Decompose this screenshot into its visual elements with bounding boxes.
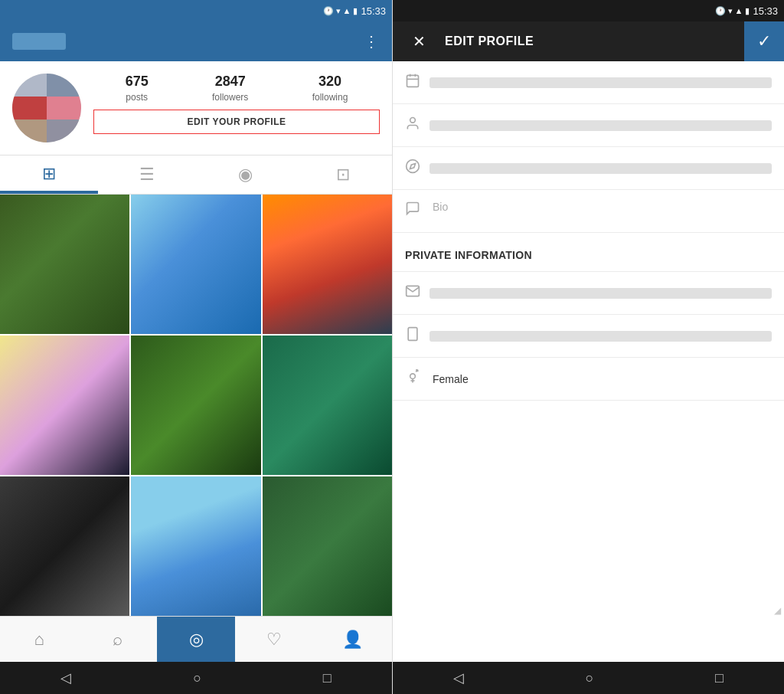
- phone-field-placeholder[interactable]: [430, 331, 772, 342]
- time-left: 15:33: [361, 5, 386, 17]
- tab-grid[interactable]: ⊞: [0, 155, 98, 194]
- right-panel: 🕐 ▾ ▲ ▮ 15:33 ✕ EDIT PROFILE ✓: [392, 0, 784, 694]
- home-sys-icon-right[interactable]: ○: [586, 670, 594, 686]
- svg-point-5: [407, 160, 420, 173]
- confirm-button[interactable]: ✓: [744, 21, 784, 61]
- gender-value[interactable]: Female: [433, 373, 469, 385]
- nav-search[interactable]: ⌕: [78, 617, 156, 662]
- photo-cell-1[interactable]: [0, 195, 129, 334]
- grid-icon: ⊞: [42, 164, 56, 184]
- gender-icon: [405, 369, 430, 388]
- nav-activity[interactable]: ♡: [235, 617, 313, 662]
- time-right: 15:33: [753, 5, 778, 17]
- photo-cell-3[interactable]: [263, 195, 392, 334]
- private-info-title: PRIVATE INFORMATION: [405, 249, 532, 261]
- posts-count: 675: [126, 74, 149, 90]
- svg-rect-7: [408, 328, 417, 341]
- bottom-nav-wrapper: ⌂ ⌕ ◎ ♡ 👤 ◁ ○ □: [0, 616, 392, 694]
- tab-list[interactable]: ☰: [98, 155, 196, 194]
- active-indicator: [0, 191, 98, 192]
- tab-location[interactable]: ◉: [196, 155, 294, 194]
- sys-nav-right: ◁ ○ □: [393, 662, 784, 694]
- tab-tagged[interactable]: ⊡: [294, 155, 392, 194]
- avatar: [12, 74, 81, 142]
- menu-button[interactable]: ⋮: [364, 32, 380, 51]
- recents-icon-left[interactable]: □: [323, 670, 332, 686]
- private-information-section: PRIVATE INFORMATION: [393, 233, 784, 272]
- tagged-icon: ⊡: [336, 165, 350, 185]
- form-row-bio[interactable]: Bio: [393, 190, 784, 233]
- edit-profile-title: EDIT PROFILE: [445, 34, 732, 48]
- nav-home[interactable]: ⌂: [0, 617, 78, 662]
- following-count: 320: [312, 74, 348, 90]
- battery-icon-right: ▮: [745, 6, 750, 16]
- name-field-placeholder[interactable]: [430, 77, 772, 88]
- form-row-username[interactable]: [393, 104, 784, 147]
- photo-cell-7[interactable]: [0, 476, 129, 616]
- photo-cell-8[interactable]: [131, 476, 260, 616]
- battery-icon: ▮: [353, 6, 358, 16]
- camera-icon: ◎: [189, 630, 204, 650]
- photo-cell-2[interactable]: [131, 195, 260, 334]
- avatar-block-2: [47, 74, 81, 97]
- bio-label[interactable]: Bio: [433, 201, 448, 213]
- avatar-block-1: [12, 74, 47, 97]
- username-field-placeholder[interactable]: [430, 120, 772, 131]
- following-label: following: [312, 92, 348, 103]
- photo-cell-6[interactable]: [263, 336, 392, 475]
- instagram-logo: [12, 33, 66, 50]
- list-icon: ☰: [139, 165, 155, 185]
- website-field-placeholder[interactable]: [430, 163, 772, 174]
- status-bar-right: 🕐 ▾ ▲ ▮ 15:33: [393, 0, 784, 21]
- posts-label: posts: [126, 92, 148, 103]
- bottom-nav: ⌂ ⌕ ◎ ♡ 👤: [0, 616, 392, 662]
- stat-followers: 2847 followers: [212, 74, 248, 103]
- avatar-block-5: [12, 119, 47, 142]
- close-button[interactable]: ✕: [405, 28, 433, 55]
- avatar-block-6: [47, 119, 81, 142]
- form-row-phone[interactable]: [393, 315, 784, 358]
- form-row-gender[interactable]: Female: [393, 358, 784, 401]
- recents-icon-right[interactable]: □: [715, 670, 724, 686]
- svg-point-9: [410, 374, 416, 379]
- tab-bar: ⊞ ☰ ◉ ⊡: [0, 155, 392, 195]
- photo-cell-4[interactable]: [0, 336, 129, 475]
- photo-grid: [0, 195, 392, 616]
- alarm-icon-right: 🕐: [715, 6, 726, 16]
- form-row-website[interactable]: [393, 147, 784, 190]
- avatar-block-4: [47, 97, 81, 119]
- email-field-placeholder[interactable]: [430, 288, 772, 299]
- alarm-icon: 🕐: [323, 6, 334, 16]
- back-icon-right[interactable]: ◁: [453, 669, 464, 686]
- edit-profile-header: ✕ EDIT PROFILE ✓: [393, 21, 784, 61]
- profile-section: 675 posts 2847 followers 320 following E…: [0, 61, 392, 155]
- followers-label: followers: [212, 92, 248, 103]
- form-row-email[interactable]: [393, 272, 784, 315]
- svg-marker-6: [410, 163, 415, 169]
- stat-following: 320 following: [312, 74, 348, 103]
- edit-profile-button[interactable]: EDIT YOUR PROFILE: [93, 110, 380, 134]
- nav-profile[interactable]: 👤: [314, 617, 392, 662]
- wifi-icon-right: ▾: [728, 6, 733, 16]
- search-icon: ⌕: [113, 630, 122, 650]
- phone-icon: [405, 326, 430, 345]
- status-icons-left: 🕐 ▾ ▲ ▮: [323, 6, 358, 16]
- svg-rect-0: [407, 75, 419, 87]
- photo-cell-9[interactable]: [263, 476, 392, 616]
- nav-camera[interactable]: ◎: [157, 617, 235, 662]
- signal-icon-right: ▲: [735, 6, 743, 15]
- resize-handle: ◢: [774, 605, 781, 616]
- photo-cell-5[interactable]: [131, 336, 260, 475]
- calendar-icon: [405, 73, 430, 92]
- home-sys-icon-left[interactable]: ○: [193, 670, 201, 686]
- person-icon: [405, 116, 430, 135]
- compass-icon: [405, 159, 430, 178]
- profile-nav-icon: 👤: [342, 630, 363, 650]
- email-icon: [405, 283, 430, 303]
- home-icon: ⌂: [34, 630, 44, 650]
- sys-nav-left: ◁ ○ □: [0, 662, 392, 694]
- status-icons-right: 🕐 ▾ ▲ ▮: [715, 6, 750, 16]
- top-bar-left: ⋮: [0, 21, 392, 61]
- back-icon-left[interactable]: ◁: [60, 669, 71, 686]
- form-row-name[interactable]: [393, 61, 784, 104]
